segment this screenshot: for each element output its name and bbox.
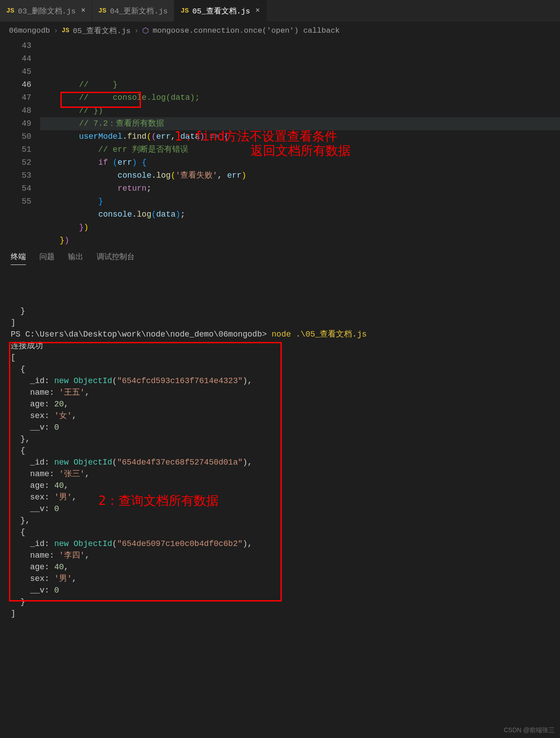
terminal-line: sex: '男', (11, 491, 549, 503)
terminal-line: name: '王五', (11, 387, 549, 398)
code-line[interactable]: // }) (40, 104, 560, 117)
line-number: 44 (0, 52, 31, 65)
js-file-icon: JS (98, 7, 106, 15)
line-number: 55 (0, 195, 31, 208)
code-line[interactable]: }) (40, 234, 560, 247)
terminal-line: { (11, 526, 549, 538)
terminal-line: 连接成功 (11, 340, 549, 352)
terminal-line: _id: new ObjectId("654de5097c1e0c0b4df0c… (11, 538, 549, 550)
js-file-icon: JS (6, 7, 14, 15)
breadcrumb-symbol[interactable]: mongoose.connection.once('open') callbac… (153, 26, 339, 35)
terminal-line: sex: '女', (11, 410, 549, 422)
code-line[interactable]: console.log('查看失败', err) (40, 169, 560, 182)
terminal-line: name: '张三', (11, 468, 549, 480)
line-number: 54 (0, 182, 31, 195)
terminal-line: _id: new ObjectId("654de4f37ec68f527450d… (11, 456, 549, 468)
line-number: 52 (0, 156, 31, 169)
close-icon[interactable]: × (255, 7, 260, 15)
tab-label: 03_删除文档.js (18, 6, 76, 16)
code-area[interactable]: // } // console.log(data); // }) // 7.2：… (40, 39, 560, 247)
code-line[interactable]: // 7.2：查看所有数据 (40, 117, 560, 130)
line-number: 43 (0, 39, 31, 52)
code-line[interactable]: // err 判断是否有错误 (40, 143, 560, 156)
chevron-right-icon: › (134, 26, 139, 35)
line-number: 45 (0, 65, 31, 78)
terminal-line: name: '李四', (11, 550, 549, 561)
terminal-line: ] (11, 317, 549, 328)
tab-label: 05_查看文档.js (192, 6, 250, 16)
editor-tab[interactable]: JS03_删除文档.js× (0, 0, 92, 21)
method-icon: ⬡ (142, 26, 149, 35)
terminal-line: age: 20, (11, 398, 549, 410)
terminal-line: } (11, 305, 549, 317)
code-line[interactable]: // } (40, 78, 560, 91)
terminal-line: [ (11, 352, 549, 363)
watermark: CSDN @前端张三 (504, 726, 555, 734)
terminal-line: PS C:\Users\da\Desktop\work\node\node_de… (11, 328, 549, 340)
code-line[interactable]: userModel.find((err, data) => { (40, 130, 560, 143)
panel-tabs: 终端问题输出调试控制台 (0, 247, 560, 267)
terminal-line: }, (11, 433, 549, 445)
tab-label: 04_更新文档.js (110, 6, 168, 16)
line-number-gutter: 43444546474849505152535455 (0, 39, 40, 247)
breadcrumb: 06mongodb › JS 05_查看文档.js › ⬡ mongoose.c… (0, 21, 560, 39)
terminal-line: { (11, 445, 549, 456)
code-editor[interactable]: 43444546474849505152535455 // } // conso… (0, 39, 560, 247)
line-number: 47 (0, 91, 31, 104)
terminal-line: }, (11, 515, 549, 526)
panel-tab[interactable]: 问题 (39, 252, 55, 265)
code-line[interactable]: return; (40, 182, 560, 195)
editor-tab[interactable]: JS04_更新文档.js (92, 0, 174, 21)
panel-tab[interactable]: 终端 (11, 252, 26, 265)
editor-tab[interactable]: JS05_查看文档.js× (174, 0, 267, 21)
code-line[interactable]: // console.log(data); (40, 91, 560, 104)
code-line[interactable]: } (40, 195, 560, 208)
panel-tab[interactable]: 输出 (68, 252, 83, 265)
terminal-line: __v: 0 (11, 584, 549, 596)
terminal-line: age: 40, (11, 480, 549, 491)
line-number: 48 (0, 104, 31, 117)
terminal-line: ] (11, 608, 549, 619)
terminal-line: sex: '男', (11, 573, 549, 584)
terminal-line: __v: 0 (11, 503, 549, 515)
breadcrumb-folder[interactable]: 06mongodb (9, 26, 50, 35)
code-line[interactable]: }) (40, 221, 560, 234)
line-number: 50 (0, 130, 31, 143)
terminal-line: age: 40, (11, 561, 549, 573)
panel-tab[interactable]: 调试控制台 (97, 252, 135, 265)
code-line[interactable]: console.log(data); (40, 208, 560, 221)
terminal-line: } (11, 596, 549, 608)
terminal-panel[interactable]: 2：查询文档所有数据 }]PS C:\Users\da\Desktop\work… (0, 267, 560, 630)
code-line[interactable]: if (err) { (40, 156, 560, 169)
line-number: 46 (0, 78, 31, 91)
js-file-icon: JS (62, 27, 69, 34)
terminal-line: _id: new ObjectId("654cfcd593c163f7614e4… (11, 375, 549, 387)
line-number: 53 (0, 169, 31, 182)
chevron-right-icon: › (54, 26, 58, 35)
terminal-line: __v: 0 (11, 422, 549, 433)
js-file-icon: JS (181, 7, 189, 15)
close-icon[interactable]: × (81, 7, 85, 15)
editor-tabs: JS03_删除文档.js×JS04_更新文档.jsJS05_查看文档.js× (0, 0, 560, 21)
breadcrumb-file[interactable]: 05_查看文档.js (73, 26, 131, 36)
terminal-line: { (11, 363, 549, 375)
line-number: 51 (0, 143, 31, 156)
line-number: 49 (0, 117, 31, 130)
